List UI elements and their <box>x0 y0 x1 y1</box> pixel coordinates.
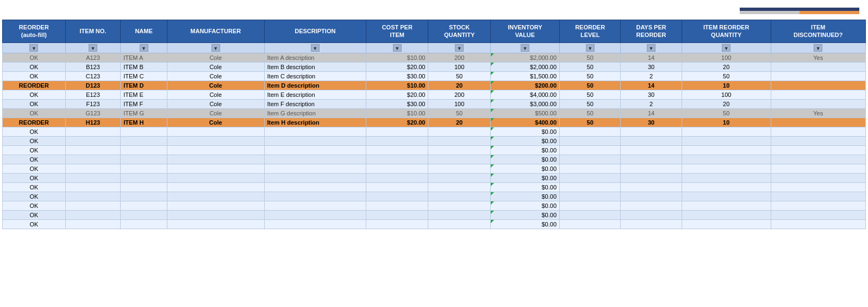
cell-item_no: B123 <box>65 62 120 71</box>
filter-dropdown-manufacturer[interactable]: ▼ <box>211 44 220 52</box>
cell-cost_per_item: $20.00 <box>366 90 428 99</box>
col-manufacturer: MANUFACTURER <box>167 20 264 43</box>
cell-reorder_level: 50 <box>560 118 621 127</box>
cell-inventory_value: $0.00 <box>490 127 559 136</box>
cell-inventory_value: $0.00 <box>490 145 559 155</box>
cell-name <box>121 173 167 182</box>
cell-item_discontinued <box>771 173 865 182</box>
filter-item-reorder-qty[interactable]: ▼ <box>682 42 771 53</box>
filter-reorder[interactable]: ▼ <box>3 42 66 53</box>
cell-manufacturer <box>167 173 264 182</box>
col-item-no: ITEM NO. <box>65 20 120 43</box>
cell-cost_per_item <box>366 164 428 173</box>
filter-description[interactable]: ▼ <box>264 42 366 53</box>
table-row: REORDERD123ITEM DColeItem D description$… <box>3 81 866 90</box>
table-row: OK$0.00 <box>3 136 866 145</box>
cell-reorder: OK <box>3 219 66 229</box>
cell-days_per_reorder: 14 <box>621 53 682 62</box>
cell-days_per_reorder: 14 <box>621 81 682 90</box>
cell-name <box>121 210 167 219</box>
filter-dropdown-item-reorder-qty[interactable]: ▼ <box>722 44 730 52</box>
cell-name <box>121 145 167 155</box>
cell-item_no <box>65 192 120 201</box>
filter-cost[interactable]: ▼ <box>366 42 428 53</box>
cell-reorder: OK <box>3 192 66 201</box>
cell-manufacturer <box>167 219 264 229</box>
cell-cost_per_item <box>366 192 428 201</box>
cell-item_reorder_quantity <box>682 145 771 155</box>
filter-dropdown-name[interactable]: ▼ <box>140 44 148 52</box>
cell-manufacturer <box>167 136 264 145</box>
cell-item_reorder_quantity: 10 <box>682 81 771 90</box>
cell-name: ITEM G <box>121 108 167 118</box>
cell-item_discontinued <box>771 145 865 155</box>
filter-name[interactable]: ▼ <box>121 42 167 53</box>
cell-inventory_value: $4,000.00 <box>490 90 559 99</box>
cell-name: ITEM C <box>121 71 167 81</box>
cell-item_discontinued <box>771 62 865 71</box>
filter-item-no[interactable]: ▼ <box>65 42 120 53</box>
filter-dropdown-reorder[interactable]: ▼ <box>29 44 38 52</box>
cell-name <box>121 136 167 145</box>
filter-dropdown-days[interactable]: ▼ <box>647 44 655 52</box>
cell-stock_quantity: 50 <box>428 108 490 118</box>
cell-reorder_level: 50 <box>560 53 621 62</box>
cell-cost_per_item <box>366 173 428 182</box>
cell-description <box>264 164 366 173</box>
cell-cost_per_item: $10.00 <box>366 108 428 118</box>
cell-item_reorder_quantity <box>682 182 771 192</box>
filter-manufacturer[interactable]: ▼ <box>167 42 264 53</box>
cell-stock_quantity: 20 <box>428 81 490 90</box>
cell-reorder: OK <box>3 201 66 210</box>
cell-item_no <box>65 155 120 164</box>
filter-dropdown-stock[interactable]: ▼ <box>455 44 464 52</box>
table-row: OKE123ITEM EColeItem E description$20.00… <box>3 90 866 99</box>
grid-key-reorder <box>800 11 859 14</box>
filter-days[interactable]: ▼ <box>621 42 682 53</box>
cell-stock_quantity: 50 <box>428 71 490 81</box>
cell-days_per_reorder: 14 <box>621 108 682 118</box>
cell-reorder_level: 50 <box>560 62 621 71</box>
cell-item_reorder_quantity: 50 <box>682 108 771 118</box>
cell-item_no <box>65 219 120 229</box>
filter-dropdown-reorder-level[interactable]: ▼ <box>586 44 595 52</box>
cell-item_reorder_quantity <box>682 192 771 201</box>
cell-item_reorder_quantity: 10 <box>682 118 771 127</box>
filter-reorder-level[interactable]: ▼ <box>560 42 621 53</box>
cell-description <box>264 219 366 229</box>
cell-description <box>264 182 366 192</box>
grid-key-items <box>740 11 859 14</box>
cell-description: Item A description <box>264 53 366 62</box>
cell-item_no <box>65 182 120 192</box>
cell-description: Item B description <box>264 62 366 71</box>
cell-item_reorder_quantity <box>682 201 771 210</box>
cell-item_no: D123 <box>65 81 120 90</box>
cell-cost_per_item: $10.00 <box>366 53 428 62</box>
table-row: OKF123ITEM FColeItem F description$30.00… <box>3 99 866 108</box>
cell-reorder_level <box>560 127 621 136</box>
filter-dropdown-description[interactable]: ▼ <box>311 44 320 52</box>
cell-cost_per_item: $10.00 <box>366 81 428 90</box>
cell-reorder_level: 50 <box>560 90 621 99</box>
filter-dropdown-inv-value[interactable]: ▼ <box>521 44 529 52</box>
cell-days_per_reorder: 30 <box>621 90 682 99</box>
filter-inv-value[interactable]: ▼ <box>490 42 559 53</box>
cell-manufacturer: Cole <box>167 62 264 71</box>
cell-name <box>121 164 167 173</box>
cell-reorder: OK <box>3 108 66 118</box>
cell-item_discontinued <box>771 118 865 127</box>
cell-reorder: OK <box>3 90 66 99</box>
cell-description: Item C description <box>264 71 366 81</box>
filter-dropdown-discontinued[interactable]: ▼ <box>814 44 822 52</box>
cell-days_per_reorder: 30 <box>621 62 682 71</box>
cell-description: Item F description <box>264 99 366 108</box>
filter-stock[interactable]: ▼ <box>428 42 490 53</box>
cell-reorder: OK <box>3 53 66 62</box>
filter-discontinued[interactable]: ▼ <box>771 42 865 53</box>
cell-description <box>264 145 366 155</box>
filter-dropdown-item-no[interactable]: ▼ <box>89 44 97 52</box>
cell-name: ITEM A <box>121 53 167 62</box>
filter-dropdown-cost[interactable]: ▼ <box>393 44 402 52</box>
cell-item_discontinued <box>771 127 865 136</box>
cell-inventory_value: $0.00 <box>490 136 559 145</box>
